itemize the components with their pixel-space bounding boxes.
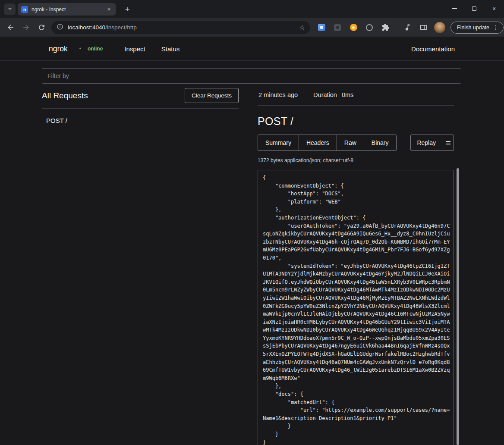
side-panel-icon (419, 23, 428, 31)
profile-avatar[interactable] (434, 22, 445, 33)
clear-requests-button[interactable]: Clear Requests (185, 88, 239, 103)
nav-inspect[interactable]: Inspect (124, 45, 145, 53)
finish-update-button[interactable]: Finish update ⋮ (450, 22, 504, 34)
puzzle-icon (381, 23, 390, 31)
nav-status[interactable]: Status (161, 45, 180, 53)
browser-tab[interactable]: n ngrok - Inspect × (18, 3, 116, 16)
divider (258, 105, 454, 106)
maximize-button[interactable] (464, 0, 484, 17)
request-time-ago: 2 minutes ago (258, 91, 298, 98)
tab-strip: n ngrok - Inspect × + × (0, 0, 504, 18)
tab-close-icon[interactable]: × (105, 6, 113, 13)
replay-menu-icon (446, 141, 450, 144)
extensions-menu-button[interactable] (380, 22, 391, 33)
ngrok-logo[interactable]: ngrok (49, 44, 68, 53)
media-controls-button[interactable] (402, 22, 413, 33)
back-button[interactable] (4, 21, 17, 34)
finish-update-label: Finish update (457, 25, 489, 31)
tab-title: ngrok - Inspect (32, 6, 105, 13)
requests-panel: All Requests Clear Requests POST / (42, 88, 239, 128)
content-meta: 1372 bytes application/json; charset=utf… (258, 157, 454, 163)
pinned-extension-blue-icon[interactable] (316, 22, 327, 33)
window-close-button[interactable]: × (484, 0, 504, 17)
forward-button[interactable] (19, 21, 32, 34)
ngrok-header: ngrok • online Inspect Status Documentat… (0, 37, 504, 61)
window-controls: × (444, 0, 504, 17)
tab-raw[interactable]: Raw (337, 135, 364, 151)
status-separator-dot: • (79, 46, 81, 52)
tab-headers[interactable]: Headers (299, 135, 337, 151)
all-requests-title: All Requests (42, 91, 88, 100)
ngrok-page: ngrok • online Inspect Status Documentat… (0, 37, 504, 445)
reload-button[interactable] (35, 21, 48, 34)
reload-icon (38, 23, 46, 31)
site-info-icon[interactable] (57, 23, 63, 32)
orange-circle-icon (350, 24, 357, 31)
filter-input[interactable] (42, 68, 461, 84)
new-tab-button[interactable]: + (122, 4, 132, 14)
online-status: online (88, 46, 103, 52)
media-controls-icon (403, 23, 412, 31)
request-title: POST / (258, 115, 454, 128)
side-panel-button[interactable] (418, 22, 428, 33)
inspect-content: All Requests Clear Requests POST / 2 min… (42, 68, 461, 445)
url-host: localhost:4040 (68, 24, 105, 31)
maximize-icon (472, 6, 476, 11)
divider (42, 108, 239, 109)
pinned-extension-ring-icon[interactable] (364, 22, 375, 33)
tab-search-button[interactable] (4, 3, 16, 15)
kebab-menu-icon: ⋮ (493, 24, 499, 31)
url-text: localhost:4040/inspect/http (68, 24, 299, 31)
duration-value: 0ms (342, 91, 353, 98)
chevron-down-icon (7, 6, 13, 13)
minimize-icon (452, 8, 457, 9)
bookmark-star-icon[interactable]: ☆ (299, 24, 305, 31)
request-detail-panel: 2 minutes ago Duration 0ms POST / Summar… (258, 88, 454, 445)
pinned-extension-orange-icon[interactable] (348, 22, 359, 33)
extensions-area (316, 22, 445, 33)
replay-group: Replay (410, 135, 454, 151)
blue-square-icon (318, 24, 325, 31)
replay-menu-button[interactable] (442, 135, 454, 151)
panel-scrollbar[interactable] (457, 168, 459, 445)
nav-documentation[interactable]: Documentation (411, 45, 455, 53)
ngrok-favicon: n (21, 6, 28, 13)
browser-window: n ngrok - Inspect × + × localhost:4040/i… (0, 0, 504, 445)
forward-icon (22, 23, 30, 31)
back-icon (6, 23, 15, 31)
replay-button[interactable]: Replay (410, 135, 442, 151)
detail-tabs: Summary Headers Raw Binary Replay (258, 135, 454, 151)
browser-toolbar: localhost:4040/inspect/http ☆ Finish upd… (0, 18, 504, 37)
tab-summary[interactable]: Summary (258, 135, 299, 151)
minimize-button[interactable] (444, 0, 464, 17)
gray-square-icon (334, 24, 341, 31)
url-path: /inspect/http (105, 24, 137, 31)
omnibox[interactable]: localhost:4040/inspect/http ☆ (51, 21, 310, 34)
request-body-block: { "commonEventObject": { "hostApp": "DOC… (258, 170, 454, 445)
tab-binary[interactable]: Binary (364, 135, 397, 151)
ring-icon (366, 24, 373, 31)
pinned-extension-gray-icon[interactable] (332, 22, 343, 33)
request-body-json: { "commonEventObject": { "hostApp": "DOC… (263, 174, 449, 445)
duration-label: Duration (313, 91, 337, 98)
request-list-item[interactable]: POST / (42, 113, 239, 128)
